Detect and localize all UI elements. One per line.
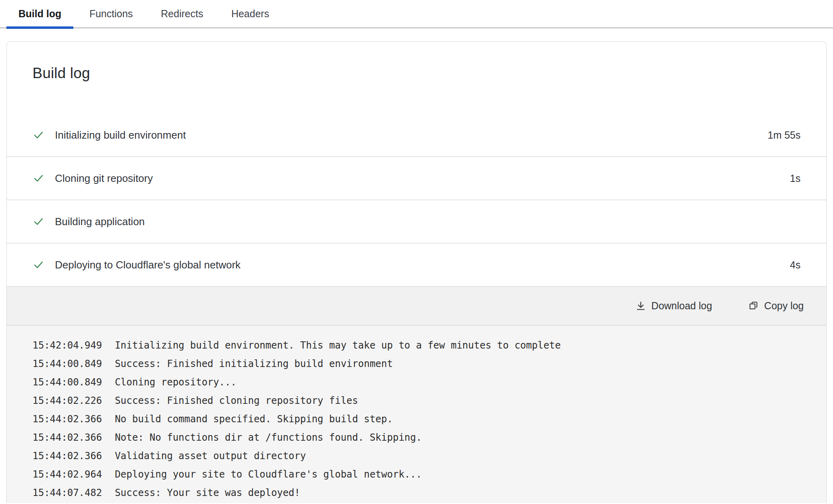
- step-label: Initializing build environment: [55, 129, 186, 141]
- log-timestamp: 15:44:00.849: [32, 355, 102, 373]
- tab-functions[interactable]: Functions: [77, 0, 145, 27]
- build-step-row: Building application: [7, 200, 826, 244]
- copy-icon: [748, 300, 759, 311]
- log-timestamp: 15:44:02.366: [32, 428, 102, 447]
- tab-label: Build log: [18, 8, 61, 20]
- build-step-row: Deploying to Cloudflare's global network…: [7, 244, 826, 287]
- download-log-label: Download log: [651, 300, 712, 312]
- log-message: Success: Finished cloning repository fil…: [115, 391, 801, 410]
- tab-bar: Build log Functions Redirects Headers: [0, 0, 833, 28]
- download-log-button[interactable]: Download log: [635, 300, 712, 312]
- tab-label: Functions: [89, 8, 133, 20]
- log-message: Success: Your site was deployed!: [115, 484, 801, 502]
- log-message: Note: No functions dir at /functions fou…: [115, 428, 801, 447]
- log-message: Validating asset output directory: [115, 447, 801, 465]
- step-label: Deploying to Cloudflare's global network: [55, 259, 241, 271]
- log-message: Deploying your site to Cloudflare's glob…: [115, 465, 801, 484]
- log-timestamp: 15:44:02.366: [32, 410, 102, 428]
- check-icon: [32, 129, 44, 141]
- tab-redirects[interactable]: Redirects: [149, 0, 215, 27]
- log-output[interactable]: 15:42:04.949 Initializing build environm…: [7, 326, 826, 503]
- log-line: 15:44:02.226 Success: Finished cloning r…: [32, 391, 801, 410]
- log-timestamp: 15:42:04.949: [32, 336, 102, 355]
- log-line: 15:44:00.849 Cloning repository...: [32, 373, 801, 391]
- log-timestamp: 15:44:07.482: [32, 484, 102, 502]
- log-line: 15:44:07.482 Success: Your site was depl…: [32, 484, 801, 502]
- tab-headers[interactable]: Headers: [219, 0, 281, 27]
- download-icon: [635, 300, 646, 311]
- log-line: 15:44:02.964 Deploying your site to Clou…: [32, 465, 801, 484]
- step-duration: 1m 55s: [768, 129, 801, 141]
- step-label: Building application: [55, 216, 145, 228]
- step-duration: 1s: [790, 173, 801, 184]
- log-line: 15:42:04.949 Initializing build environm…: [32, 336, 801, 355]
- tab-label: Redirects: [161, 8, 203, 20]
- log-line: 15:44:02.366 Validating asset output dir…: [32, 447, 801, 465]
- copy-log-label: Copy log: [764, 300, 804, 312]
- log-timestamp: 15:44:02.226: [32, 391, 102, 410]
- check-icon: [32, 259, 44, 271]
- tab-build-log[interactable]: Build log: [6, 0, 73, 27]
- page-title: Build log: [32, 65, 801, 82]
- build-log-card: Build log Initializing build environment…: [6, 41, 827, 503]
- log-actions-bar: Download log Copy log: [7, 287, 826, 326]
- log-message: Success: Finished initializing build env…: [115, 355, 801, 373]
- log-message: Initializing build environment. This may…: [115, 336, 801, 355]
- build-step-row: Initializing build environment 1m 55s: [7, 114, 826, 157]
- log-line: 15:44:02.366 Note: No functions dir at /…: [32, 428, 801, 447]
- build-step-row: Cloning git repository 1s: [7, 157, 826, 200]
- copy-log-button[interactable]: Copy log: [748, 300, 804, 312]
- log-timestamp: 15:44:00.849: [32, 373, 102, 391]
- log-timestamp: 15:44:02.366: [32, 447, 102, 465]
- check-icon: [32, 216, 44, 228]
- card-header: Build log: [7, 42, 826, 114]
- step-label: Cloning git repository: [55, 172, 153, 185]
- log-timestamp: 15:44:02.964: [32, 465, 102, 484]
- log-line: 15:44:00.849 Success: Finished initializ…: [32, 355, 801, 373]
- build-steps: Initializing build environment 1m 55s Cl…: [7, 114, 826, 287]
- log-message: Cloning repository...: [115, 373, 801, 391]
- check-icon: [32, 172, 44, 184]
- log-message: No build command specified. Skipping bui…: [115, 410, 801, 428]
- step-duration: 4s: [790, 259, 801, 271]
- tab-label: Headers: [231, 8, 269, 20]
- log-line: 15:44:02.366 No build command specified.…: [32, 410, 801, 428]
